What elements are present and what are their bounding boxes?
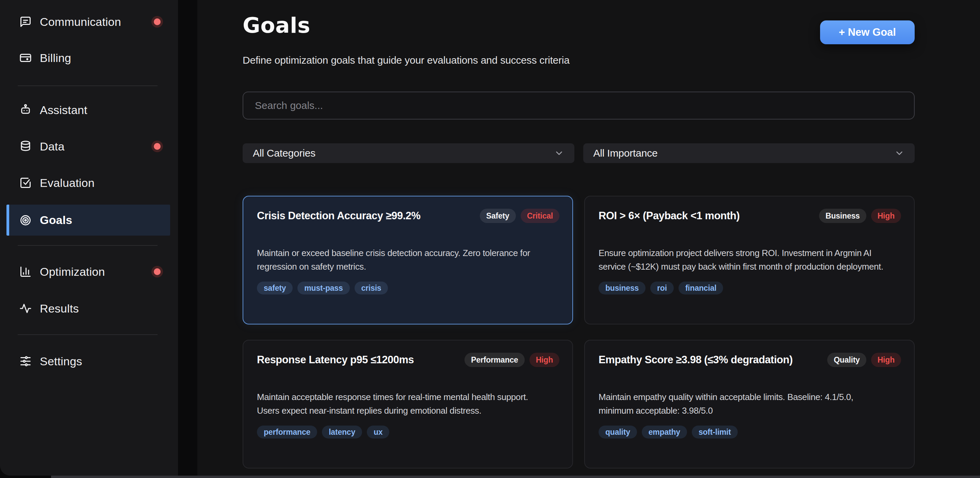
sidebar-item-label: Assistant xyxy=(40,104,88,117)
bar-chart-icon xyxy=(19,266,32,278)
sidebar-item-label: Settings xyxy=(40,355,82,368)
goal-description: Maintain or exceed baseline crisis detec… xyxy=(257,246,566,273)
sidebar-item-goals[interactable]: Goals xyxy=(6,205,170,236)
sliders-icon xyxy=(19,355,32,367)
goal-description: Ensure optimization project delivers str… xyxy=(598,246,908,273)
category-badge: Quality xyxy=(827,353,866,367)
goal-card-grid: Crisis Detection Accuracy ≥99.2% Safety … xyxy=(243,196,915,468)
tag-pill: safety xyxy=(257,282,293,295)
goal-title: Empathy Score ≥3.98 (≤3% degradation) xyxy=(598,354,821,366)
goal-tags: safety must-pass crisis xyxy=(257,282,559,295)
goal-card-empathy-score[interactable]: Empathy Score ≥3.98 (≤3% degradation) Qu… xyxy=(584,340,915,468)
sidebar-item-label: Data xyxy=(40,140,65,153)
search-input[interactable] xyxy=(243,92,915,120)
category-badge: Safety xyxy=(480,209,516,223)
new-goal-button[interactable]: + New Goal xyxy=(820,21,915,44)
importance-filter-value: All Importance xyxy=(593,147,658,159)
goal-title: Crisis Detection Accuracy ≥99.2% xyxy=(257,210,473,222)
check-square-icon xyxy=(19,177,32,189)
goal-tags: business roi financial xyxy=(598,282,901,295)
goal-description: Maintain empathy quality within acceptab… xyxy=(598,390,908,417)
category-filter-value: All Categories xyxy=(253,147,315,159)
bot-icon xyxy=(19,104,32,116)
database-icon xyxy=(19,140,32,153)
sidebar: Communication Billing Assistant xyxy=(0,0,178,476)
importance-filter-select[interactable]: All Importance xyxy=(583,143,915,163)
sidebar-content-gap xyxy=(178,0,197,476)
tag-pill: business xyxy=(598,282,646,295)
goal-card-response-latency[interactable]: Response Latency p95 ≤1200ms Performance… xyxy=(243,340,573,468)
sidebar-item-label: Billing xyxy=(40,51,71,65)
sidebar-item-evaluation[interactable]: Evaluation xyxy=(6,172,170,194)
tag-pill: ux xyxy=(367,425,389,438)
sidebar-item-results[interactable]: Results xyxy=(6,298,170,319)
tag-pill: roi xyxy=(650,282,674,295)
sidebar-divider xyxy=(18,86,158,86)
category-badge: Performance xyxy=(465,353,524,367)
target-icon xyxy=(19,214,32,226)
sidebar-item-billing[interactable]: Billing xyxy=(6,47,170,69)
app-window: Communication Billing Assistant xyxy=(0,0,980,476)
tag-pill: soft-limit xyxy=(692,425,738,438)
sidebar-item-label: Optimization xyxy=(40,265,105,279)
tag-pill: empathy xyxy=(642,425,687,438)
window-bottom-edge xyxy=(51,476,980,478)
sidebar-item-settings[interactable]: Settings xyxy=(6,351,170,372)
sidebar-item-label: Communication xyxy=(40,15,121,29)
main-content: Goals Define optimization goals that gui… xyxy=(243,0,915,476)
page-subtitle: Define optimization goals that guide you… xyxy=(243,54,570,66)
sidebar-item-optimization[interactable]: Optimization xyxy=(6,261,170,283)
message-square-icon xyxy=(19,16,32,28)
sidebar-divider xyxy=(18,334,158,335)
sidebar-item-label: Results xyxy=(40,302,79,315)
category-badge: Business xyxy=(819,209,866,223)
sidebar-item-label: Evaluation xyxy=(40,176,95,190)
goal-title: Response Latency p95 ≤1200ms xyxy=(257,354,458,366)
goal-card-crisis-detection[interactable]: Crisis Detection Accuracy ≥99.2% Safety … xyxy=(243,196,573,325)
goal-card-roi[interactable]: ROI > 6× (Payback <1 month) Business Hig… xyxy=(584,196,915,325)
tag-pill: quality xyxy=(598,425,637,438)
sidebar-item-assistant[interactable]: Assistant xyxy=(6,99,170,121)
importance-badge: High xyxy=(530,353,559,367)
activity-icon xyxy=(19,302,32,315)
goal-title: ROI > 6× (Payback <1 month) xyxy=(598,210,812,222)
sidebar-item-label: Goals xyxy=(40,214,72,227)
goal-description: Maintain acceptable response times for r… xyxy=(257,390,566,417)
sidebar-item-communication[interactable]: Communication xyxy=(6,11,170,33)
credit-card-icon xyxy=(19,52,32,64)
sidebar-item-data[interactable]: Data xyxy=(6,135,170,157)
tag-pill: performance xyxy=(257,425,317,438)
goal-tags: quality empathy soft-limit xyxy=(598,425,901,438)
chevron-down-icon xyxy=(894,148,904,158)
page-title: Goals xyxy=(243,13,310,38)
notification-dot xyxy=(151,16,163,27)
category-filter-select[interactable]: All Categories xyxy=(243,143,574,163)
goal-tags: performance latency ux xyxy=(257,425,559,438)
importance-badge: High xyxy=(871,209,901,223)
tag-pill: crisis xyxy=(355,282,388,295)
sidebar-divider xyxy=(18,245,158,246)
tag-pill: latency xyxy=(322,425,362,438)
chevron-down-icon xyxy=(554,148,564,158)
notification-dot xyxy=(151,140,163,152)
importance-badge: Critical xyxy=(520,209,559,223)
filter-bar: All Categories All Importance xyxy=(243,143,915,163)
tag-pill: must-pass xyxy=(298,282,350,295)
importance-badge: High xyxy=(871,353,901,367)
tag-pill: financial xyxy=(679,282,724,295)
notification-dot xyxy=(151,266,163,277)
